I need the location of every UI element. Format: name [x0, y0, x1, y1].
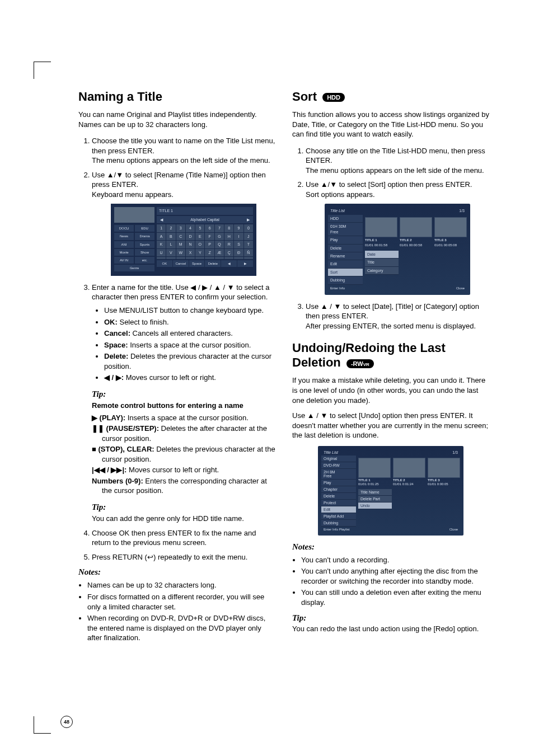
tip-label-1: Tip: [92, 388, 275, 400]
kb-key: B [166, 233, 175, 240]
sort-intro: This function allows you to access show … [292, 110, 489, 139]
kb-key: 8 [224, 224, 233, 232]
heading-undo: Undoing/Redoing the Last Deletion -RWVR [292, 341, 489, 370]
ss1-counter: 1/3 [459, 208, 465, 213]
kb-key [186, 257, 195, 259]
remote-play: ▶ (PLAY): Inserts a space at the cursor … [92, 413, 275, 423]
ss1-foot-right: Close [456, 286, 465, 290]
kb-key: O [195, 241, 204, 248]
ss1-t2: TITLE 2 [400, 238, 412, 242]
kb-cat: AV IN [114, 257, 134, 264]
kb-cat-genre: Genre [114, 265, 154, 271]
ss1-t3d: 01/01 00:05:08 [434, 243, 457, 247]
sort-step1-b: The menu options appears on the left sid… [306, 166, 484, 175]
ss2-t3d: 01/01 0:00:05 [428, 482, 448, 486]
ss2-sub-titlename: Title Name [358, 489, 392, 496]
ss2-protect: Protect [321, 500, 356, 506]
kb-key: X [186, 249, 195, 256]
kb-key: P [205, 241, 214, 248]
naming-note-2: For discs formatted on a different recor… [87, 592, 275, 612]
ss2-free: 2H 8M Free [321, 469, 356, 480]
tip-label-redo: Tip: [292, 613, 489, 623]
ss1-t2d: 01/01 00:00:58 [400, 243, 422, 247]
kb-key: 1 [157, 224, 166, 232]
ss1-t1d: 01/01 00:01:58 [365, 243, 387, 247]
kb-key: S [234, 241, 243, 248]
kb-fn: Delete [205, 260, 221, 267]
remote-skip-val: Moves cursor to left or right. [127, 466, 219, 474]
tip-redo-text: You can redo the last undo action using … [292, 624, 489, 634]
ss1-thumb-3 [434, 217, 467, 237]
ss1-thumb-1 [365, 217, 397, 237]
kb-key: 7 [215, 224, 224, 232]
kb-cancel-key: Cancel: [104, 329, 130, 337]
naming-note-1: Names can be up to 32 characters long. [87, 580, 275, 590]
kb-cat: Sports [135, 241, 154, 248]
step1-text-a: Choose the title you want to name on the… [92, 137, 275, 155]
ss2-title: Title List [324, 450, 338, 454]
step2-text-a: Use ▲/▼ to select [Rename (Title Name)] … [92, 171, 266, 189]
step2-text-b: Keyboard menu appears. [92, 190, 174, 199]
remote-skip: |◀◀ / ▶▶|: Moves cursor to left or right… [92, 465, 275, 475]
vr-text: VR [363, 362, 369, 367]
ss2-t2: TITLE 2 [393, 478, 405, 482]
remote-pause-key: ❚❚ (PAUSE/STEP): [92, 424, 159, 433]
keyboard-screenshot: DOCUEDU NewsDrama ANISports MovieShow AV… [111, 204, 256, 276]
notes-label-right: Notes: [292, 542, 489, 552]
sort-screenshot: Title List 1/3 HDD 01H 30M Free Play Del… [325, 204, 470, 294]
kb-cat: News [114, 233, 134, 240]
remote-pause: ❚❚ (PAUSE/STEP): Deletes the after chara… [92, 424, 275, 443]
sort-step3-b: After pressing ENTER, the sorted menu is… [306, 322, 476, 330]
kb-key: E [195, 233, 204, 240]
crop-mark-bottom-left [34, 716, 51, 734]
kb-key [166, 257, 175, 259]
remote-numbers: Numbers (0-9): Enters the corresponding … [92, 476, 275, 496]
kb-bullet-space: Space: Inserts a space at the cursor pos… [104, 340, 275, 350]
kb-bullet-ok: OK: Select to finish. [104, 317, 275, 327]
kb-space-key: Space: [104, 341, 128, 349]
ss2-original: Original [321, 456, 356, 462]
ss1-t3: TITLE 3 [434, 238, 447, 242]
right-column: Sort HDD This function allows you to acc… [292, 90, 489, 645]
ss2-playlistadd: Playlist Add [321, 513, 356, 520]
sort-step-3: Use ▲ / ▼ to select [Date], [Title] or [… [306, 302, 489, 331]
kb-preview-thumb [114, 207, 154, 223]
ss1-free: 01H 30M Free [328, 223, 363, 236]
naming-step-3: Enter a name for the title. Use ◀ / ▶ / … [92, 283, 275, 524]
kb-key: A [157, 233, 166, 240]
kb-key: Q [215, 241, 224, 248]
kb-delete-key: Delete: [104, 352, 128, 360]
remote-buttons-heading: Remote control buttons for entering a na… [92, 401, 275, 411]
kb-fn: Space [189, 260, 205, 267]
ss1-menu-delete: Delete [328, 245, 363, 252]
ss1-menu-sort: Sort [328, 269, 363, 276]
kb-cat: DOCU [114, 225, 134, 232]
rw-text: -RW [351, 360, 363, 367]
kb-key: 5 [195, 224, 204, 232]
sort-step3-a: Use ▲ / ▼ to select [Date], [Title] or [… [306, 302, 479, 321]
kb-fn: ▶ [237, 260, 253, 267]
ss1-hdd: HDD [328, 215, 363, 223]
kb-key: F [205, 233, 214, 240]
kb-key: Ð [234, 249, 243, 256]
kb-key [205, 257, 214, 259]
kb-key: U [157, 249, 166, 256]
ss2-t3: TITLE 3 [428, 478, 440, 482]
kb-key: 0 [244, 224, 253, 232]
kb-key [244, 257, 253, 259]
kb-key: Ç [224, 249, 233, 256]
kb-key: L [166, 241, 175, 248]
ss2-foot-left: Enter Info Playlist [324, 528, 350, 531]
kb-key [176, 257, 185, 259]
remote-stop-key: ■ (STOP), CLEAR: [92, 445, 154, 453]
kb-cancel-val: Cancels all entered characters. [130, 329, 233, 337]
kb-bullet-cancel: Cancel: Cancels all entered characters. [104, 328, 275, 339]
left-column: Naming a Title You can name Original and… [78, 90, 275, 645]
ss2-thumb-3 [428, 458, 460, 478]
ss2-sub-undo: Undo [358, 503, 392, 509]
kb-mode-row: ◀ Alphabet Capital ▶ [157, 216, 253, 223]
remote-play-val: Inserts a space at the cursor position. [125, 414, 249, 422]
kb-key: 4 [186, 224, 195, 232]
hdd-badge: HDD [322, 93, 345, 102]
naming-step-1: Choose the title you want to name on the… [92, 136, 275, 166]
